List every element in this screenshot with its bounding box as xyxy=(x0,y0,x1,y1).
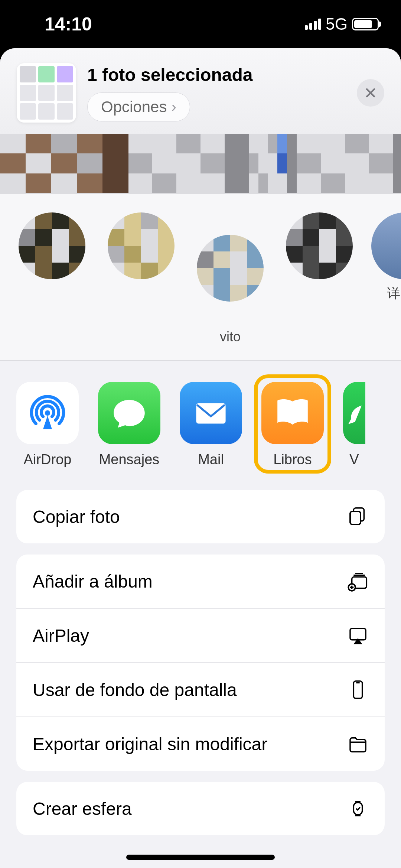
options-button[interactable]: Opciones › xyxy=(87,92,190,121)
wallpaper-icon xyxy=(348,679,368,700)
status-time: 14:10 xyxy=(45,13,92,35)
share-apps-row[interactable]: AirDrop Mensajes Mail xyxy=(0,361,401,490)
share-sheet: 1 foto seleccionada Opciones › is xyxy=(0,48,401,868)
action-label: Añadir a álbum xyxy=(33,571,153,592)
share-contacts-row[interactable]: vito 详 xyxy=(0,194,401,360)
action-group: Copiar foto xyxy=(16,490,385,543)
share-contact[interactable]: vito xyxy=(193,212,267,345)
action-label: Exportar original sin modificar xyxy=(33,734,267,754)
avatar xyxy=(108,212,175,279)
app-mensajes[interactable]: Mensajes xyxy=(98,382,160,471)
avatar xyxy=(19,212,85,279)
app-label: Mensajes xyxy=(99,452,160,468)
svg-point-0 xyxy=(45,410,50,416)
app-label: V xyxy=(349,452,359,468)
app-libros-highlight: Libros xyxy=(254,374,331,474)
action-label: Crear esfera xyxy=(33,799,132,819)
share-sheet-header: 1 foto seleccionada Opciones › xyxy=(0,48,401,134)
mail-icon xyxy=(180,382,242,444)
watch-face-icon xyxy=(348,798,368,819)
home-indicator[interactable] xyxy=(126,855,275,860)
action-label: Usar de fondo de pantalla xyxy=(33,680,237,700)
action-copiar-foto[interactable]: Copiar foto xyxy=(16,490,385,543)
avatar xyxy=(197,235,264,302)
avatar xyxy=(286,212,353,279)
signal-icon xyxy=(305,19,321,30)
airdrop-icon xyxy=(16,382,79,444)
close-icon xyxy=(364,87,377,99)
battery-icon xyxy=(352,18,379,30)
avatar xyxy=(371,212,401,279)
action-fondo-pantalla[interactable]: Usar de fondo de pantalla xyxy=(16,662,385,716)
options-button-label: Opciones xyxy=(101,98,167,116)
app-label: Libros xyxy=(273,452,312,468)
actions-list: Copiar foto Añadir a álbum AirPlay U xyxy=(0,490,401,835)
app-libros[interactable]: Libros xyxy=(261,382,324,468)
app-mail[interactable]: Mail xyxy=(180,382,242,471)
share-contact[interactable] xyxy=(104,212,178,345)
contact-name: 详 xyxy=(387,285,400,303)
app-label: Mail xyxy=(198,452,224,468)
share-contact[interactable]: 详 xyxy=(371,212,401,345)
share-contact[interactable] xyxy=(282,212,356,345)
action-airplay[interactable]: AirPlay xyxy=(16,608,385,662)
app-label: AirDrop xyxy=(24,452,72,468)
svg-rect-3 xyxy=(350,511,361,524)
action-group: Crear esfera xyxy=(16,782,385,835)
app-icon-partial xyxy=(343,382,365,444)
share-sheet-title: 1 foto seleccionada xyxy=(87,65,346,85)
close-button[interactable] xyxy=(357,79,384,107)
action-label: Copiar foto xyxy=(33,507,120,527)
status-bar: 14:10 5G xyxy=(0,0,401,48)
network-label: 5G xyxy=(326,15,348,33)
action-group: Añadir a álbum AirPlay Usar de fondo de … xyxy=(16,555,385,771)
copy-icon xyxy=(348,506,368,527)
add-to-album-icon xyxy=(348,571,368,592)
background-content-strip: is xyxy=(0,134,401,193)
action-exportar-original[interactable]: Exportar original sin modificar xyxy=(16,716,385,771)
folder-icon xyxy=(348,734,368,754)
status-right: 5G xyxy=(305,15,379,33)
action-anadir-album[interactable]: Añadir a álbum xyxy=(16,555,385,608)
action-label: AirPlay xyxy=(33,625,89,646)
app-airdrop[interactable]: AirDrop xyxy=(16,382,79,471)
app-partial[interactable]: V xyxy=(343,382,365,471)
svg-rect-1 xyxy=(196,403,225,424)
books-icon xyxy=(261,382,324,444)
share-contact[interactable] xyxy=(15,212,89,345)
action-crear-esfera[interactable]: Crear esfera xyxy=(16,782,385,835)
svg-rect-9 xyxy=(353,681,362,699)
messages-icon xyxy=(98,382,160,444)
selected-photo-thumbnail[interactable] xyxy=(17,63,76,123)
chevron-right-icon: › xyxy=(171,98,176,115)
airplay-icon xyxy=(348,625,368,646)
contact-name: vito xyxy=(220,329,241,345)
